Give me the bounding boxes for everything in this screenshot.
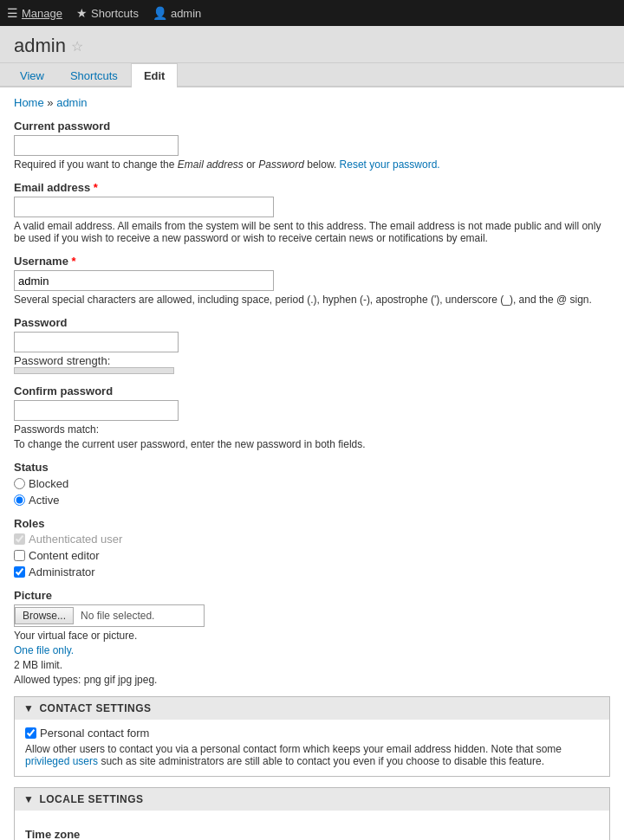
password-strength-container: Password strength:: [14, 354, 610, 374]
status-blocked-label[interactable]: Blocked: [29, 477, 68, 490]
role-content-editor-checkbox[interactable]: [14, 550, 25, 561]
tab-view[interactable]: View: [7, 63, 57, 87]
role-authenticated-label: Authenticated user: [29, 533, 122, 546]
roles-label: Roles: [14, 517, 610, 530]
password-note: To change the current user password, ent…: [14, 438, 610, 450]
locale-settings-header[interactable]: ▼ LOCALE SETTINGS: [15, 788, 609, 811]
topbar: ☰ Manage ★ Shortcuts 👤 admin: [0, 0, 624, 26]
picture-help4: Allowed types: png gif jpg jpeg.: [14, 674, 610, 686]
status-active-item: Active: [14, 494, 610, 507]
current-password-label: Current password: [14, 120, 610, 132]
role-authenticated-item: Authenticated user: [14, 533, 610, 546]
collapse-arrow-locale: ▼: [23, 793, 34, 805]
breadcrumb-home[interactable]: Home: [14, 96, 44, 109]
current-password-help: Required if you want to change the Email…: [14, 158, 610, 171]
manage-label: Manage: [22, 7, 62, 20]
role-administrator-label[interactable]: Administrator: [29, 565, 95, 578]
email-help: A valid email address. All emails from t…: [14, 220, 610, 244]
admin-nav-label: admin: [171, 7, 201, 20]
breadcrumb: Home » admin: [14, 96, 610, 109]
role-administrator-checkbox[interactable]: [14, 566, 25, 578]
picture-label: Picture: [14, 589, 610, 602]
role-authenticated-checkbox: [14, 533, 25, 545]
email-label: Email address *: [14, 181, 610, 194]
user-nav-icon: 👤: [153, 6, 167, 20]
manage-menu[interactable]: ☰ Manage: [7, 6, 62, 20]
picture-help2: One file only.: [14, 644, 610, 656]
status-label: Status: [14, 461, 610, 474]
locale-settings-body: Time zone Oslo UTC Europe/London Europe/…: [15, 811, 609, 840]
privileged-users-link[interactable]: privileged users: [25, 755, 98, 767]
breadcrumb-separator: »: [47, 96, 56, 109]
status-radio-group: Blocked Active: [14, 477, 610, 507]
status-active-radio[interactable]: [14, 494, 25, 506]
picture-help3: 2 MB limit.: [14, 659, 610, 671]
contact-settings-header[interactable]: ▼ CONTACT SETTINGS: [15, 697, 609, 720]
role-content-editor-label[interactable]: Content editor: [29, 549, 100, 562]
shortcuts-nav-label: Shortcuts: [91, 7, 139, 20]
admin-nav-item[interactable]: 👤 admin: [153, 6, 201, 20]
picture-help1: Your virtual face or picture.: [14, 630, 610, 642]
locale-settings-title: LOCALE SETTINGS: [39, 793, 143, 805]
current-password-input[interactable]: [14, 135, 179, 156]
page-title: admin: [14, 35, 66, 57]
personal-contact-item: Personal contact form: [25, 727, 599, 740]
username-input[interactable]: [14, 270, 274, 291]
email-input[interactable]: [14, 197, 274, 217]
role-administrator-item: Administrator: [14, 565, 610, 578]
status-active-label[interactable]: Active: [29, 494, 59, 507]
role-content-editor-item: Content editor: [14, 549, 610, 562]
status-blocked-item: Blocked: [14, 477, 610, 490]
locale-settings-section: ▼ LOCALE SETTINGS Time zone Oslo UTC Eur…: [14, 787, 610, 840]
contact-settings-body: Personal contact form Allow other users …: [15, 720, 609, 776]
shortcuts-nav-item[interactable]: ★ Shortcuts: [76, 6, 139, 20]
password-strength-bar: [14, 367, 174, 374]
star-nav-icon: ★: [76, 6, 88, 20]
status-blocked-radio[interactable]: [14, 478, 25, 489]
bookmark-icon[interactable]: ☆: [71, 38, 83, 55]
tab-bar: View Shortcuts Edit: [0, 63, 624, 87]
username-help: Several special characters are allowed, …: [14, 294, 610, 306]
confirm-password-label: Confirm password: [14, 384, 610, 397]
password-input[interactable]: [14, 332, 179, 352]
main-content: Home » admin Current password Required i…: [0, 87, 624, 840]
contact-settings-title: CONTACT SETTINGS: [39, 702, 151, 714]
password-strength-label: Password strength:: [14, 354, 110, 367]
personal-contact-checkbox[interactable]: [25, 727, 36, 739]
personal-contact-label[interactable]: Personal contact form: [40, 727, 149, 740]
collapse-arrow-contact: ▼: [23, 702, 34, 714]
browse-button[interactable]: Browse...: [15, 607, 74, 624]
tab-shortcuts[interactable]: Shortcuts: [57, 63, 131, 87]
passwords-match: Passwords match:: [14, 423, 610, 436]
page-header: admin ☆: [0, 26, 624, 63]
menu-icon: ☰: [7, 6, 18, 20]
contact-settings-section: ▼ CONTACT SETTINGS Personal contact form…: [14, 696, 610, 777]
tab-edit[interactable]: Edit: [131, 63, 179, 87]
personal-contact-help: Allow other users to contact you via a p…: [25, 743, 599, 767]
no-file-label: No file selected.: [77, 610, 154, 622]
file-input-wrapper: Browse... No file selected.: [14, 604, 205, 627]
username-label: Username *: [14, 255, 610, 268]
password-label: Password: [14, 316, 610, 329]
confirm-password-input[interactable]: [14, 400, 179, 421]
timezone-label: Time zone: [25, 828, 599, 840]
reset-password-link[interactable]: Reset your password.: [340, 158, 440, 171]
breadcrumb-current[interactable]: admin: [56, 96, 87, 109]
